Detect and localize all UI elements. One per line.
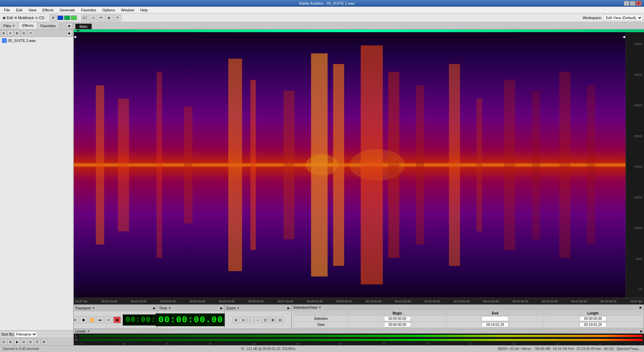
time-mark-15: 00:15:00.00 <box>513 300 529 303</box>
selection-header: Selection/View ✕ ▶ <box>292 305 643 310</box>
right-area: Main ▶ ◀ <box>74 22 644 345</box>
refresh-btn[interactable]: ↺ <box>28 30 34 36</box>
levels-close[interactable]: ✕ <box>87 330 90 333</box>
menu-options[interactable]: Options <box>100 7 118 13</box>
selection-close[interactable]: ✕ <box>319 306 321 309</box>
menu-effects[interactable]: Effects <box>40 7 56 13</box>
zoom-out-h-btn[interactable]: ⊖ <box>240 317 247 323</box>
grid-btn[interactable]: ⊞ <box>41 339 47 345</box>
close-all-btn[interactable]: ⊟ <box>21 30 27 36</box>
draw-tool-btn[interactable]: ✏ <box>97 14 105 21</box>
status-opened: Opened in 8.30 seconds <box>3 347 39 351</box>
zoom-out-v-btn[interactable]: ↔ <box>255 317 261 323</box>
sort-select[interactable]: Filename Date Duration Size <box>14 331 37 337</box>
selection-tool-btn[interactable]: |◁ <box>81 14 89 21</box>
workspace-select[interactable]: Edit View (Default) Multitrack View <box>603 15 643 21</box>
multitrack-icon: ⊞ <box>14 16 17 19</box>
toolbar: ▣ Edit ⊞ Multitrack ◎ CD ≋ |◁ ◁ ✏ ◈ ↗ Wo… <box>0 13 644 22</box>
tab-effects[interactable]: Effects <box>19 22 37 29</box>
title-bar: Adobe Audition - 05_SUITE 2.wav − □ ✕ <box>0 0 644 7</box>
spectrogram-visual-area[interactable]: ▶ ◀ <box>74 32 644 298</box>
selection-length-input[interactable] <box>580 316 606 321</box>
remove-item-btn[interactable]: ✕ <box>7 30 13 36</box>
transport-expand[interactable]: ▶ <box>153 306 156 310</box>
go-end-button[interactable]: ⏭ <box>97 316 104 323</box>
time-counter: 00:00:00.00 <box>156 313 226 326</box>
time-close[interactable]: ✕ <box>168 306 171 310</box>
import-btn[interactable]: ⊞ <box>14 30 20 36</box>
view-begin-input[interactable] <box>384 322 411 327</box>
tab-favorites[interactable]: Favorites <box>37 22 59 29</box>
play-next-button[interactable]: ⏩ <box>88 316 96 323</box>
menu-help[interactable]: Help <box>138 7 151 13</box>
menu-file[interactable]: File <box>1 7 13 13</box>
add-btn[interactable]: ⊞ <box>7 339 13 345</box>
selection-begin-input[interactable] <box>384 316 411 321</box>
hybrid-tool-btn[interactable]: ◈ <box>105 14 113 21</box>
timeline-row: 29.97 fps 00:01:00.00 00:02:00.00 00:03:… <box>74 298 644 304</box>
stop-button[interactable]: ⏹ <box>80 316 87 323</box>
levels-header: Levels ✕ ▶ <box>74 329 644 334</box>
envelope-btn[interactable]: ◁ <box>89 14 97 21</box>
new-item-btn[interactable]: ⊕ <box>1 30 7 36</box>
menu-edit[interactable]: Edit <box>13 7 25 13</box>
pause-button[interactable]: ⏸ <box>74 316 79 323</box>
list-item[interactable]: ♪ 05_SUITE 2.wav <box>1 38 72 44</box>
selection-row-label: Selection <box>293 316 348 322</box>
scale-60: -60 <box>121 342 125 345</box>
view-length-input[interactable] <box>580 322 606 327</box>
waveform-btn[interactable]: ≋ <box>49 14 57 21</box>
zoom-in-v-btn[interactable]: ↕ <box>247 317 254 323</box>
zoom-expand[interactable]: ▶ <box>287 306 290 310</box>
record-button[interactable]: ⏺ <box>113 316 121 323</box>
color-btn-3[interactable] <box>71 15 77 20</box>
menu-view[interactable]: View <box>26 7 39 13</box>
left-panel-expand-btn[interactable]: ▶ <box>66 23 72 29</box>
cd-label[interactable]: CD <box>39 16 44 20</box>
move-tool-btn[interactable]: ↗ <box>113 14 121 21</box>
selection-end-input[interactable] <box>482 316 508 321</box>
meter-bars: L R -∞ -60 -55 -50 <box>75 334 643 345</box>
restore-button[interactable]: □ <box>630 1 635 6</box>
spectrogram-canvas[interactable] <box>74 32 626 298</box>
menu-favorites[interactable]: Favorites <box>78 7 99 13</box>
color-btn-1[interactable] <box>57 15 63 20</box>
time-expand[interactable]: ▶ <box>220 306 223 310</box>
play-lb-btn[interactable]: ▶ <box>14 339 20 345</box>
timeline-content: 29.97 fps 00:01:00.00 00:02:00.00 00:03:… <box>74 298 644 304</box>
selection-expand[interactable]: ▶ <box>640 306 642 309</box>
files-tab-label: Files <box>3 24 11 28</box>
selection-row: Selection <box>293 316 642 322</box>
zoom-in-h-btn[interactable]: ⊕ <box>232 317 239 323</box>
zoom-close[interactable]: ✕ <box>237 306 239 310</box>
zoom-full-btn[interactable]: ⊠ <box>269 317 276 323</box>
loop-button[interactable]: ↩ <box>105 316 112 323</box>
minimize-button[interactable]: − <box>624 1 629 6</box>
levels-expand[interactable]: ▶ <box>640 330 643 333</box>
files-tab-close[interactable]: ✕ <box>12 24 15 27</box>
color-btn-2[interactable] <box>64 15 70 20</box>
close-button[interactable]: ✕ <box>636 1 641 6</box>
edit-mode-label[interactable]: Edit <box>7 16 13 20</box>
transport-close[interactable]: ✕ <box>92 306 95 310</box>
status-left: Opened in 8.30 seconds <box>3 347 39 351</box>
time-mark-4: 00:04:00.00 <box>190 300 206 303</box>
menu-generate[interactable]: Generate <box>57 7 78 13</box>
transport-header: Transport ✕ ▶ <box>74 305 157 311</box>
sort-by-label: Sort By: <box>1 332 14 336</box>
tab-main[interactable]: Main <box>75 23 92 29</box>
scale-10: -10 <box>555 342 559 345</box>
menu-window[interactable]: Window <box>118 7 137 13</box>
zoom-selection-btn[interactable]: ⊡ <box>262 317 269 323</box>
tab-files[interactable]: Files ✕ <box>0 22 19 29</box>
loop-btn[interactable]: ⊟ <box>1 339 7 345</box>
multitrack-label[interactable]: Multitrack <box>18 16 34 20</box>
list-btn[interactable]: ☰ <box>34 339 40 345</box>
zoom-out-full-btn[interactable]: ⊟ <box>277 317 283 323</box>
freq-label-35000: 35000 <box>627 73 643 76</box>
panel-options-btn[interactable]: ▶ <box>66 30 72 36</box>
minus-btn[interactable]: ⊟ <box>21 339 27 345</box>
minus2-btn[interactable]: ⊟ <box>28 339 34 345</box>
view-end-input[interactable] <box>482 322 508 327</box>
menu-bar: File Edit View Effects Generate Favorite… <box>0 7 644 13</box>
